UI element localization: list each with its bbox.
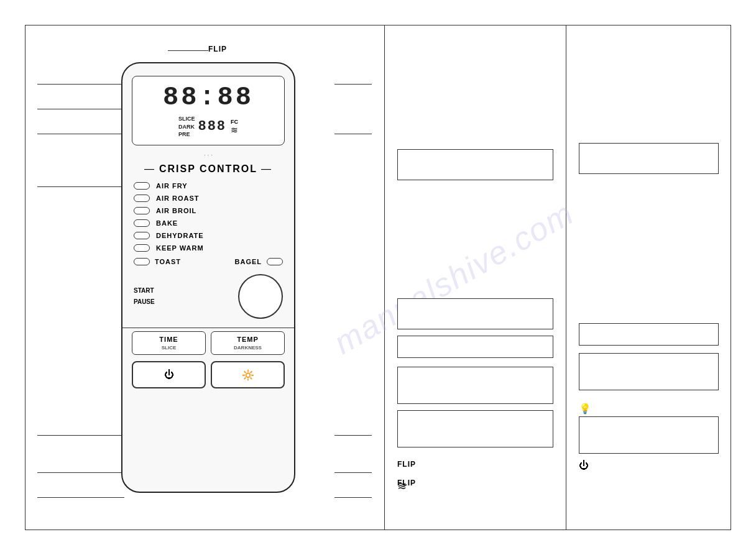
- air-broil-label: AIR BROIL: [156, 207, 196, 214]
- label-slice: SLICE: [178, 115, 195, 123]
- control-knob[interactable]: [238, 274, 283, 319]
- display-bottom-row: SLICE DARK PRE 888 FC ≋: [139, 115, 278, 139]
- bagel-label: BAGEL: [235, 258, 262, 265]
- mode-air-roast[interactable]: AIR ROAST: [134, 195, 283, 202]
- time-button[interactable]: TIME SLICE: [132, 331, 206, 355]
- temp-button[interactable]: TEMP DARKNESS: [211, 331, 285, 355]
- toast-bagel-row: TOAST BAGEL: [122, 258, 294, 265]
- steam-symbol-bottom: ≋: [397, 479, 407, 493]
- dehydrate-button[interactable]: [134, 232, 150, 239]
- ann-line-r4: [334, 472, 372, 473]
- bake-label: BAKE: [156, 219, 178, 227]
- toast-label: TOAST: [155, 258, 181, 265]
- air-roast-button[interactable]: [134, 195, 150, 202]
- left-panel: FLIP 88:88 SLICE DARK PRE 888: [25, 25, 384, 530]
- flip-arrow-line: [168, 50, 208, 51]
- ann-line-r2: [334, 134, 372, 134]
- keep-warm-button[interactable]: [134, 244, 150, 252]
- display-labels: SLICE DARK PRE: [178, 115, 195, 139]
- flip-label-top: FLIP: [208, 45, 227, 53]
- mode-air-broil[interactable]: AIR BROIL: [134, 207, 283, 214]
- air-roast-label: AIR ROAST: [156, 195, 200, 202]
- callout-box-1: [397, 149, 553, 180]
- flip-label-mid: FLIP: [397, 460, 416, 469]
- ann-line-7: [37, 497, 124, 498]
- ann-line-2: [37, 109, 124, 109]
- time-main-label: TIME: [136, 335, 202, 344]
- right-box-4: [579, 416, 719, 454]
- right-box-2: [579, 323, 719, 346]
- callout-box-5: [397, 410, 553, 447]
- right-box-1: [579, 143, 719, 174]
- mode-keep-warm[interactable]: KEEP WARM: [134, 244, 283, 252]
- air-broil-button[interactable]: [134, 207, 150, 214]
- power-light-row: ⏻ 🔆: [132, 361, 285, 388]
- mode-air-fry[interactable]: AIR FRY: [134, 182, 283, 190]
- time-sub-label: SLICE: [136, 344, 202, 351]
- ann-line-6: [37, 472, 124, 473]
- dehydrate-label: DEHYDRATE: [156, 232, 204, 239]
- temp-main-label: TEMP: [214, 335, 281, 344]
- temp-sub-label: DARKNESS: [214, 344, 281, 351]
- mode-list: AIR FRY AIR ROAST AIR BROIL BAKE DEHYDRA…: [122, 182, 294, 252]
- ann-line-r1: [334, 84, 372, 85]
- steam-label: ≋: [231, 125, 238, 135]
- toast-button[interactable]: [134, 258, 150, 265]
- light-button[interactable]: 🔆: [211, 361, 285, 388]
- start-label: START: [134, 285, 155, 296]
- large-digits: 88:88: [139, 83, 278, 112]
- mode-bake[interactable]: BAKE: [134, 219, 283, 227]
- ann-line-4: [37, 186, 124, 187]
- light-icon: 🔆: [242, 369, 254, 381]
- knob-area: START PAUSE: [122, 274, 294, 319]
- mode-dehydrate[interactable]: DEHYDRATE: [134, 232, 283, 239]
- bake-button[interactable]: [134, 219, 150, 227]
- middle-panel: FLIP FLIP ≋: [385, 25, 566, 530]
- separator-dots: · · ·: [122, 152, 294, 158]
- air-fry-button[interactable]: [134, 182, 150, 190]
- air-fry-label: AIR FRY: [156, 182, 188, 190]
- callout-box-3: [397, 336, 553, 358]
- ann-line-r5: [334, 497, 372, 498]
- power-icon: ⏻: [164, 369, 174, 380]
- right-power-icon: ⏻: [579, 460, 589, 471]
- start-pause-labels: START PAUSE: [134, 285, 155, 308]
- callout-box-4: [397, 367, 553, 404]
- pause-label: PAUSE: [134, 296, 155, 308]
- keep-warm-label: KEEP WARM: [156, 244, 204, 252]
- ann-line-r3: [334, 435, 372, 436]
- display-area: 88:88 SLICE DARK PRE 888 FC ≋: [132, 76, 285, 145]
- bottom-buttons: TIME SLICE TEMP DARKNESS: [132, 331, 285, 355]
- bagel-button[interactable]: [267, 258, 283, 265]
- right-panel: 💡 ⏻: [566, 25, 731, 530]
- right-light-icon: 💡: [579, 403, 591, 415]
- bottom-divider: [122, 328, 294, 328]
- small-digits: 888: [198, 119, 226, 134]
- fc-label: FC: [231, 119, 238, 125]
- ann-line-1: [37, 84, 124, 85]
- ann-line-5: [37, 435, 124, 436]
- callout-box-2: [397, 298, 553, 329]
- crisp-control-title: CRISP CONTROL: [122, 163, 294, 175]
- label-dark: DARK: [178, 123, 195, 131]
- power-button[interactable]: ⏻: [132, 361, 206, 388]
- device-body: 88:88 SLICE DARK PRE 888 FC ≋ · · · CRIS…: [121, 62, 295, 493]
- right-box-3: [579, 353, 719, 390]
- label-pre: PRE: [178, 131, 195, 139]
- ann-line-3: [37, 134, 124, 134]
